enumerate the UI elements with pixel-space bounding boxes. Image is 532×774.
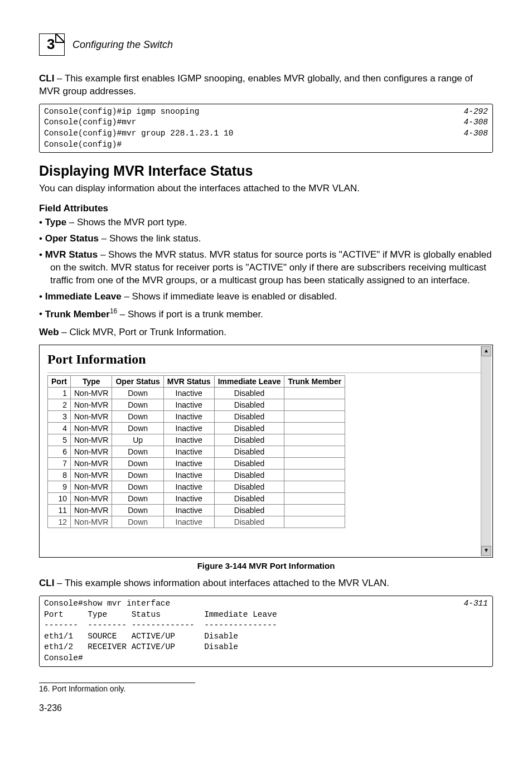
table-row: 4Non-MVRDownInactiveDisabled bbox=[48, 423, 345, 434]
cli-label-1: CLI bbox=[39, 73, 54, 84]
code-block-1: Console(config)#ip igmp snooping4-292Con… bbox=[39, 104, 493, 153]
code-block-2: Console#show mvr interface4-311Port Type… bbox=[39, 596, 493, 666]
table-row: 2Non-MVRDownInactiveDisabled bbox=[48, 399, 345, 411]
cli-text-1: – This example first enables IGMP snoopi… bbox=[39, 73, 473, 96]
page-header: 3 Configuring the Switch bbox=[39, 33, 493, 56]
list-item: Trunk Member16 – Shows if port is a trun… bbox=[39, 307, 493, 321]
section-title: Displaying MVR Interface Status bbox=[39, 163, 493, 179]
cli-text-2: – This example shows information about i… bbox=[54, 578, 389, 588]
chapter-badge: 3 bbox=[39, 33, 65, 56]
table-header-cell: Immediate Leave bbox=[214, 376, 284, 388]
table-row: 9Non-MVRDownInactiveDisabled bbox=[48, 481, 345, 493]
table-header-cell: Oper Status bbox=[112, 376, 163, 388]
web-label: Web bbox=[39, 327, 59, 337]
scroll-up-icon[interactable]: ▲ bbox=[481, 346, 491, 356]
footnote: 16. Port Information only. bbox=[39, 684, 493, 693]
running-title: Configuring the Switch bbox=[72, 39, 173, 51]
table-row: 10Non-MVRDownInactiveDisabled bbox=[48, 493, 345, 505]
table-row: 5Non-MVRUpInactiveDisabled bbox=[48, 434, 345, 446]
list-item: MVR Status – Shows the MVR status. MVR s… bbox=[39, 249, 493, 287]
table-row: 6Non-MVRDownInactiveDisabled bbox=[48, 446, 345, 458]
web-line: Web – Click MVR, Port or Trunk Informati… bbox=[39, 326, 493, 339]
table-row: 7Non-MVRDownInactiveDisabled bbox=[48, 458, 345, 470]
table-row: 1Non-MVRDownInactiveDisabled bbox=[48, 388, 345, 399]
page-number: 3-236 bbox=[39, 703, 493, 713]
table-header-cell: Trunk Member bbox=[284, 376, 345, 388]
field-attributes-list: Type – Shows the MVR port type.Oper Stat… bbox=[39, 216, 493, 321]
table-header-cell: MVR Status bbox=[163, 376, 214, 388]
port-information-table: PortTypeOper StatusMVR StatusImmediate L… bbox=[47, 375, 345, 528]
table-row: 11Non-MVRDownInactiveDisabled bbox=[48, 505, 345, 516]
chapter-number: 3 bbox=[47, 36, 55, 53]
web-text: – Click MVR, Port or Trunk Information. bbox=[59, 327, 226, 337]
table-header-cell: Port bbox=[48, 376, 71, 388]
cli-intro-1: CLI – This example first enables IGMP sn… bbox=[39, 72, 493, 98]
screenshot-title: Port Information bbox=[47, 352, 485, 367]
table-row: 12Non-MVRDownInactiveDisabled bbox=[48, 516, 345, 528]
scrollbar[interactable]: ▲ ▼ bbox=[481, 346, 491, 556]
port-information-screenshot: Port Information PortTypeOper StatusMVR … bbox=[39, 345, 493, 558]
scroll-track[interactable] bbox=[481, 356, 491, 546]
list-item: Oper Status – Shows the link status. bbox=[39, 233, 493, 245]
table-row: 8Non-MVRDownInactiveDisabled bbox=[48, 470, 345, 481]
table-header-cell: Type bbox=[71, 376, 112, 388]
footnote-rule bbox=[39, 683, 195, 683]
list-item: Type – Shows the MVR port type. bbox=[39, 216, 493, 229]
scroll-down-icon[interactable]: ▼ bbox=[481, 546, 491, 556]
section-intro: You can display information about the in… bbox=[39, 182, 493, 195]
figure-caption: Figure 3-144 MVR Port Information bbox=[39, 561, 493, 570]
table-row: 3Non-MVRDownInactiveDisabled bbox=[48, 411, 345, 423]
cli-intro-2: CLI – This example shows information abo… bbox=[39, 577, 493, 590]
cli-label-2: CLI bbox=[39, 578, 54, 588]
screenshot-divider bbox=[47, 373, 485, 373]
field-attributes-heading: Field Attributes bbox=[39, 203, 493, 214]
table-header-row: PortTypeOper StatusMVR StatusImmediate L… bbox=[48, 376, 345, 388]
list-item: Immediate Leave – Shows if immediate lea… bbox=[39, 291, 493, 303]
